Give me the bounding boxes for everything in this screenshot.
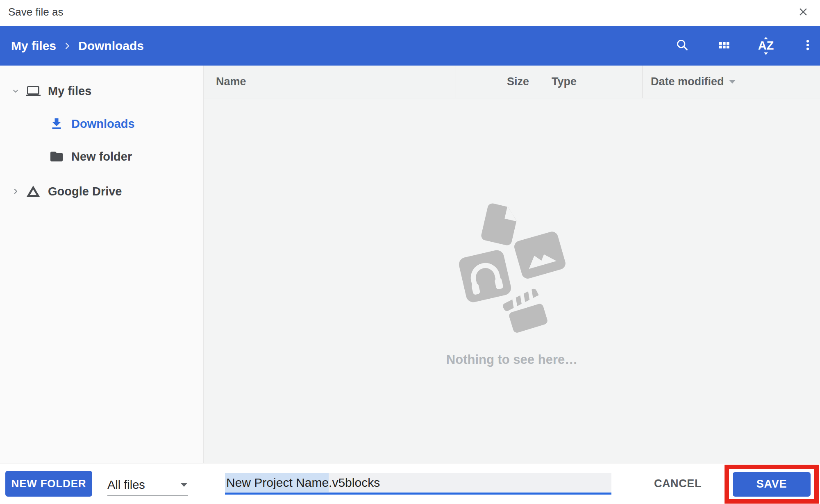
sidebar-item-new-folder[interactable]: New folder <box>0 140 203 173</box>
sidebar-item-my-files[interactable]: My files <box>0 75 203 107</box>
more-menu-button[interactable] <box>800 36 816 56</box>
grid-view-icon <box>718 39 731 53</box>
sidebar-item-label: New folder <box>71 150 132 163</box>
close-button[interactable] <box>795 4 812 21</box>
sidebar-item-label: My files <box>48 84 91 98</box>
new-folder-button[interactable]: NEW FOLDER <box>5 471 92 497</box>
filename-selected-text: New Project Name <box>225 473 329 492</box>
grid-view-button[interactable] <box>716 36 732 56</box>
sort-az-icon: AZ <box>758 40 774 52</box>
sidebar-item-google-drive[interactable]: Google Drive <box>0 175 203 208</box>
annotation-highlight: SAVE <box>725 465 819 504</box>
sidebar-item-downloads[interactable]: Downloads <box>0 107 203 140</box>
dialog-titlebar: Save file as <box>0 0 820 26</box>
empty-state-message: Nothing to see here… <box>204 352 820 367</box>
filename-input[interactable]: New Project Name.v5blocks <box>225 473 611 495</box>
close-icon <box>797 6 809 20</box>
column-header-date-modified[interactable]: Date modified <box>642 66 820 98</box>
cancel-button[interactable]: CANCEL <box>654 477 702 490</box>
filename-extension-text: .v5blocks <box>329 476 380 490</box>
breadcrumb-downloads[interactable]: Downloads <box>78 39 144 53</box>
image-icon <box>510 228 570 284</box>
file-list-header: Name Size Type Date modified <box>204 66 820 98</box>
google-drive-icon <box>26 184 41 199</box>
download-icon <box>49 116 64 131</box>
toolbar: My files Downloads AZ <box>0 26 820 66</box>
dropdown-caret-icon <box>181 483 187 487</box>
dialog-title: Save file as <box>8 0 63 26</box>
breadcrumb: My files Downloads <box>11 39 144 53</box>
column-header-type[interactable]: Type <box>540 66 642 98</box>
toolbar-actions: AZ <box>649 36 816 56</box>
file-type-value: All files <box>107 478 145 492</box>
chevron-right-icon[interactable] <box>11 187 20 196</box>
sidebar-divider <box>0 174 203 174</box>
footer-bar: NEW FOLDER All files New Project Name.v5… <box>0 463 820 504</box>
file-type-select[interactable]: All files <box>107 474 188 496</box>
dialog-body: My files Downloads New folder Google Dri… <box>0 66 820 463</box>
folder-icon <box>49 149 64 164</box>
chevron-down-icon[interactable] <box>11 86 20 95</box>
breadcrumb-chevron-icon <box>63 41 72 50</box>
save-button[interactable]: SAVE <box>733 472 811 497</box>
column-header-size[interactable]: Size <box>456 66 540 98</box>
column-header-name[interactable]: Name <box>204 66 456 98</box>
sidebar: My files Downloads New folder Google Dri… <box>0 66 204 463</box>
more-menu-icon <box>801 38 814 54</box>
sort-direction-icon <box>729 80 736 84</box>
sort-button[interactable]: AZ <box>758 36 774 56</box>
search-icon <box>675 38 689 54</box>
breadcrumb-my-files[interactable]: My files <box>11 39 56 53</box>
sidebar-item-label: Downloads <box>71 117 135 131</box>
sidebar-item-label: Google Drive <box>48 185 122 198</box>
file-list-area: Name Size Type Date modified <box>204 66 820 463</box>
search-button[interactable] <box>674 36 691 56</box>
computer-icon <box>26 84 41 98</box>
empty-state-illustration <box>442 199 581 338</box>
